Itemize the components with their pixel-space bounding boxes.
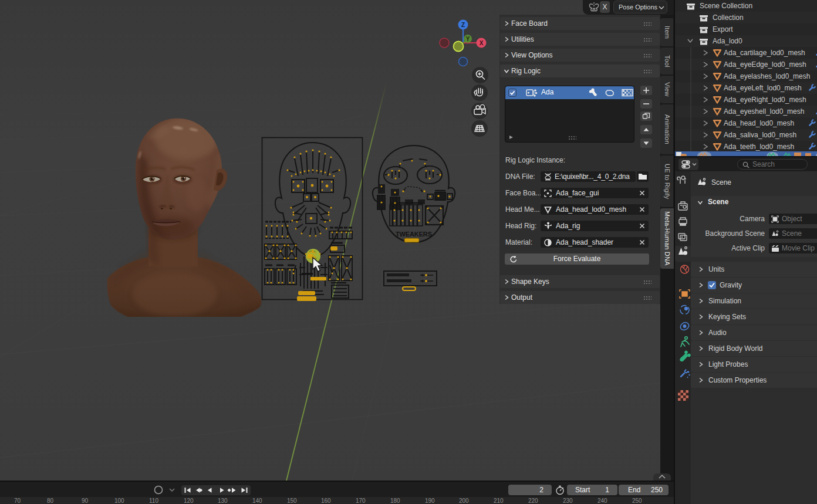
svg-text:X: X [480,40,484,46]
svg-text:Scene Collection: Scene Collection [700,2,752,10]
svg-text:Ada_saliva_lod0_mesh: Ada_saliva_lod0_mesh [724,131,796,139]
svg-text:Ada_eyelashes_lod0_mesh: Ada_eyelashes_lod0_mesh [724,72,810,80]
svg-text:Export: Export [713,25,733,33]
svg-text:Ada_eyeRight_lod0_mesh: Ada_eyeRight_lod0_mesh [724,96,806,104]
svg-text:Ada_teeth_lod0_mesh: Ada_teeth_lod0_mesh [724,143,794,151]
svg-text:Ada_eyeLeft_lod0_mesh: Ada_eyeLeft_lod0_mesh [724,84,802,92]
svg-text:Ada_head_lod0_mesh: Ada_head_lod0_mesh [724,119,794,127]
svg-text:Ada_eyeshell_lod0_mesh: Ada_eyeshell_lod0_mesh [724,107,804,116]
svg-text:Collection: Collection [713,13,744,22]
svg-text:Ada_eyeEdge_lod0_mesh: Ada_eyeEdge_lod0_mesh [724,60,806,69]
svg-text:Z: Z [461,22,465,28]
svg-text:Ada_lod0: Ada_lod0 [713,37,742,45]
svg-text:Y: Y [466,36,470,42]
svg-text:TWEAKERS: TWEAKERS [396,231,432,238]
svg-text:Ada_cartilage_lod0_mesh: Ada_cartilage_lod0_mesh [724,49,805,57]
